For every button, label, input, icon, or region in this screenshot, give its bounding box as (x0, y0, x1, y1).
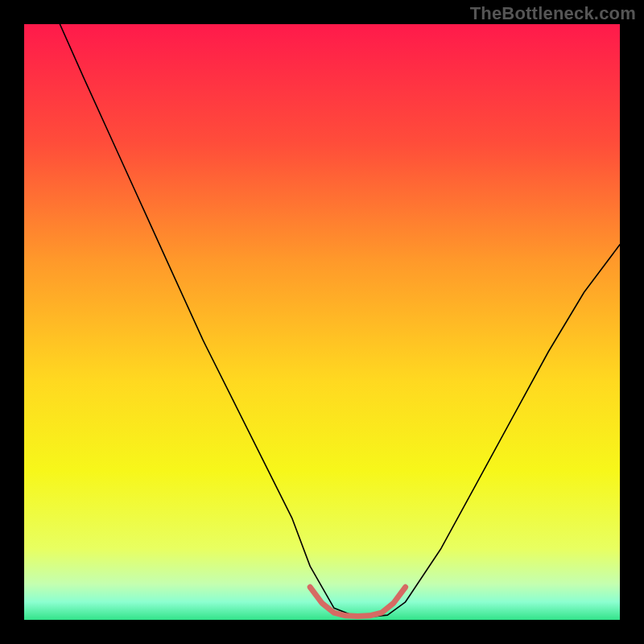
chart-frame: TheBottleneck.com (0, 0, 644, 644)
bottleneck-chart (24, 24, 620, 620)
gradient-background (24, 24, 620, 620)
watermark-label: TheBottleneck.com (470, 3, 636, 24)
plot-area (24, 24, 620, 620)
